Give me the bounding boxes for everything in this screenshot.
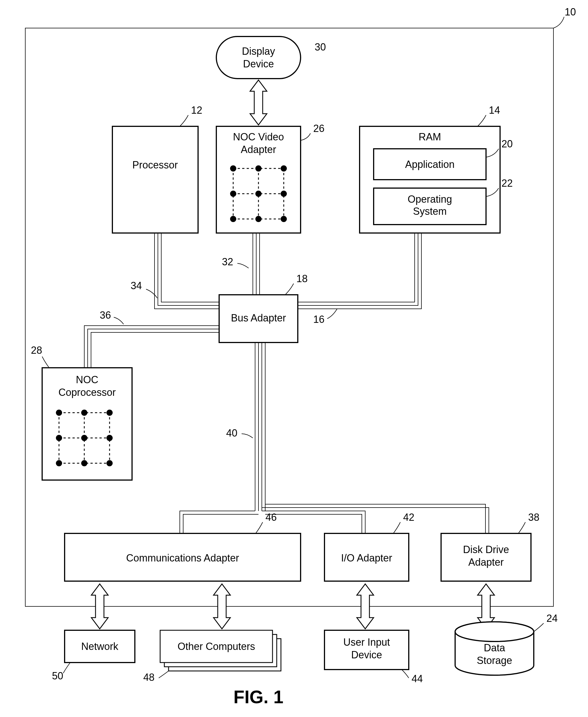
noc-coproc-l2: Coprocessor: [59, 387, 116, 398]
comm-adapter-label: Communications Adapter: [126, 552, 239, 564]
other-computers-label: Other Computers: [177, 640, 255, 652]
ref-other-computers: 48: [143, 672, 154, 683]
svg-rect-24: [112, 126, 198, 233]
os-l2: System: [413, 205, 447, 217]
svg-point-38: [455, 622, 534, 642]
bus-adapter-box: Bus Adapter: [219, 295, 298, 343]
disk-adapter-box: Disk Drive Adapter: [441, 534, 531, 581]
ref-bus-adapter: 18: [296, 273, 308, 284]
processor-box: Processor: [112, 126, 198, 233]
noc-coproc-grid-icon: [56, 410, 113, 466]
user-input-l2: Device: [351, 649, 382, 660]
ref-os: 22: [502, 177, 513, 189]
application-label: Application: [405, 159, 455, 170]
noc-video-adapter-box: NOC Video Adapter: [216, 126, 300, 233]
ref-system: 10: [565, 6, 576, 18]
processor-label: Processor: [132, 159, 178, 171]
noc-video-grid-icon: [230, 165, 287, 222]
ram-label: RAM: [419, 131, 441, 143]
bus-group: [84, 233, 489, 534]
network-box: Network: [65, 630, 135, 662]
bus-adapter-label: Bus Adapter: [231, 312, 286, 324]
comm-adapter-box: Communications Adapter: [65, 534, 300, 581]
ref-ram: 14: [489, 104, 500, 116]
disk-adapter-l1: Disk Drive: [463, 544, 509, 555]
user-input-l1: User Input: [343, 636, 390, 648]
ref-ram-bus: 16: [313, 313, 324, 325]
io-adapter-box: I/O Adapter: [324, 534, 409, 581]
network-label: Network: [81, 640, 119, 652]
ref-comm-adapter: 46: [266, 512, 277, 523]
user-input-box: User Input Device: [324, 630, 409, 670]
ram-box: RAM Application Operating System: [360, 126, 500, 233]
os-l1: Operating: [408, 193, 452, 205]
noc-video-l1: NOC Video: [233, 131, 284, 143]
noc-coproc-l1: NOC: [76, 374, 98, 386]
ref-noc-coproc: 28: [31, 345, 42, 356]
arrow-display-noc: [250, 80, 267, 125]
ref-disk-adapter: 38: [528, 512, 540, 523]
data-storage-cylinder: Data Storage: [455, 622, 534, 675]
display-device: Display Device: [216, 37, 300, 79]
ref-fsb-video: 32: [222, 256, 233, 267]
figure-title: FIG. 1: [233, 687, 284, 707]
ref-exp-bus: 40: [226, 427, 237, 439]
data-storage-l1: Data: [484, 642, 505, 654]
ref-fsb-proc: 34: [131, 280, 142, 291]
ref-fsb-coproc: 36: [100, 309, 111, 321]
io-adapter-label: I/O Adapter: [341, 552, 392, 564]
ref-processor: 12: [191, 104, 202, 116]
noc-coprocessor-box: NOC Coprocessor: [42, 368, 132, 480]
ref-application: 20: [502, 138, 513, 150]
ref-noc-video: 26: [313, 123, 324, 134]
ref-data-storage: 24: [546, 613, 558, 624]
disk-adapter-l2: Adapter: [468, 557, 504, 568]
noc-video-l2: Adapter: [241, 144, 276, 155]
ref-display: 30: [315, 41, 326, 53]
ref-io-adapter: 42: [403, 512, 414, 523]
display-line1: Display: [242, 45, 275, 57]
data-storage-l2: Storage: [477, 655, 512, 666]
ref-network: 50: [52, 670, 63, 682]
ref-user-input: 44: [412, 673, 423, 685]
svg-rect-23: [216, 37, 300, 79]
other-computers-stack: Other Computers: [160, 630, 281, 671]
display-line2: Device: [243, 58, 274, 70]
